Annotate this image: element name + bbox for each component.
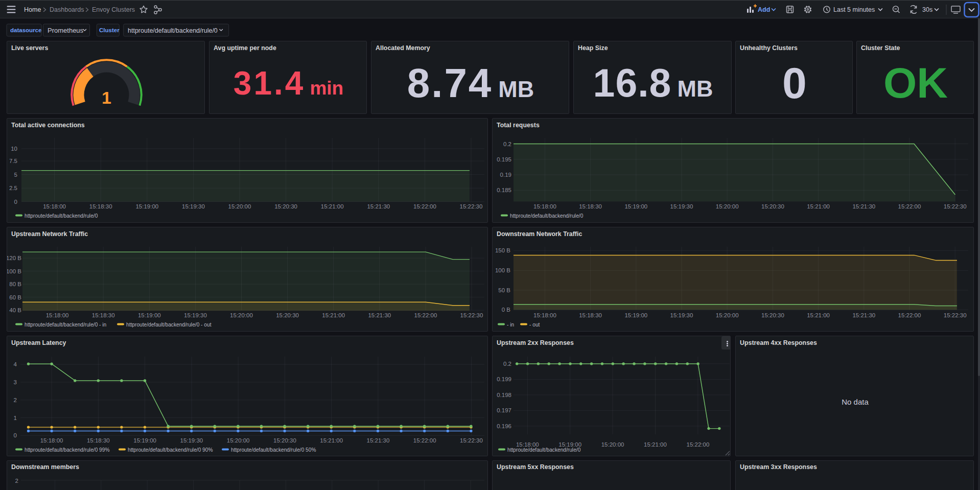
svg-text:Avg uptime per node: Avg uptime per node bbox=[214, 44, 276, 52]
svg-text:15:22:30: 15:22:30 bbox=[944, 312, 967, 318]
svg-text:Last 5 minutes: Last 5 minutes bbox=[833, 6, 875, 13]
svg-text:15:22:30: 15:22:30 bbox=[944, 203, 967, 209]
svg-text:15:19:30: 15:19:30 bbox=[180, 437, 203, 444]
svg-text:15:20:30: 15:20:30 bbox=[761, 312, 784, 318]
svg-text:15:21:00: 15:21:00 bbox=[320, 437, 343, 444]
svg-text:Upstream 5xx Responses: Upstream 5xx Responses bbox=[497, 463, 574, 471]
svg-text:30s: 30s bbox=[922, 6, 932, 13]
svg-text:15:18:00: 15:18:00 bbox=[46, 312, 69, 318]
svg-text:15:20:00: 15:20:00 bbox=[230, 312, 253, 318]
svg-text:15:20:00: 15:20:00 bbox=[228, 203, 251, 209]
svg-text:80 B: 80 B bbox=[9, 281, 21, 287]
svg-text:Prometheus: Prometheus bbox=[48, 27, 84, 34]
svg-text:Cluster State: Cluster State bbox=[861, 44, 900, 52]
svg-text:datasource: datasource bbox=[10, 27, 41, 33]
svg-text:15:22:00: 15:22:00 bbox=[898, 312, 921, 318]
svg-text:15:22:00: 15:22:00 bbox=[413, 203, 436, 209]
svg-text:15:18:30: 15:18:30 bbox=[89, 203, 112, 209]
svg-text:0.197: 0.197 bbox=[497, 407, 511, 413]
svg-text:15:18:30: 15:18:30 bbox=[92, 312, 115, 318]
svg-text:15:21:00: 15:21:00 bbox=[807, 312, 830, 318]
svg-text:150 B: 150 B bbox=[495, 247, 510, 253]
svg-text:Upstream 3xx Responses: Upstream 3xx Responses bbox=[740, 463, 817, 471]
svg-text:Heap Size: Heap Size bbox=[578, 44, 608, 52]
svg-text:0.195: 0.195 bbox=[497, 156, 511, 162]
svg-text:0: 0 bbox=[14, 432, 17, 438]
svg-text:Unhealthy Clusters: Unhealthy Clusters bbox=[740, 44, 798, 52]
svg-text:15:19:30: 15:19:30 bbox=[184, 312, 207, 318]
svg-text:15:20:00: 15:20:00 bbox=[716, 203, 739, 209]
svg-text:15:19:30: 15:19:30 bbox=[670, 312, 693, 318]
svg-text:Allocated Memory: Allocated Memory bbox=[376, 44, 430, 52]
svg-text:2: 2 bbox=[14, 397, 17, 403]
svg-text:1: 1 bbox=[14, 415, 17, 421]
svg-text:15:22:30: 15:22:30 bbox=[460, 312, 483, 318]
svg-text:15:21:30: 15:21:30 bbox=[852, 312, 875, 318]
svg-text:0.199: 0.199 bbox=[497, 376, 511, 382]
svg-text:Upstream Latency: Upstream Latency bbox=[11, 339, 66, 346]
svg-text:Home: Home bbox=[24, 6, 41, 13]
svg-text:- in: - in bbox=[507, 322, 514, 328]
svg-text:0.19: 0.19 bbox=[500, 172, 511, 178]
svg-text:15:20:30: 15:20:30 bbox=[273, 437, 296, 444]
svg-text:httproute/default/backend/rule: httproute/default/backend/rule/0 bbox=[507, 447, 581, 453]
svg-text:Total active connections: Total active connections bbox=[11, 122, 85, 129]
svg-text:15:21:30: 15:21:30 bbox=[367, 203, 390, 209]
svg-text:15:20:00: 15:20:00 bbox=[716, 312, 739, 318]
svg-text:15:20:30: 15:20:30 bbox=[274, 203, 297, 209]
svg-text:1: 1 bbox=[102, 88, 111, 107]
svg-text:15:19:00: 15:19:00 bbox=[133, 437, 156, 444]
svg-text:httproute/default/backend/rule: httproute/default/backend/rule/0 bbox=[25, 213, 98, 219]
svg-text:- out: - out bbox=[529, 322, 540, 328]
svg-text:15:19:30: 15:19:30 bbox=[670, 203, 693, 209]
svg-text:15:22:30: 15:22:30 bbox=[460, 437, 483, 444]
svg-text:15:18:00: 15:18:00 bbox=[43, 203, 66, 209]
svg-text:0.198: 0.198 bbox=[497, 392, 511, 398]
svg-text:0: 0 bbox=[14, 199, 17, 205]
svg-text:7.5: 7.5 bbox=[9, 158, 17, 164]
svg-text:httproute/default/backend/rule: httproute/default/backend/rule/0 90% bbox=[128, 447, 213, 453]
svg-text:15:21:30: 15:21:30 bbox=[852, 203, 875, 209]
svg-text:Dashboards: Dashboards bbox=[50, 6, 84, 13]
svg-text:15:22:30: 15:22:30 bbox=[460, 203, 483, 209]
svg-text:15:20:00: 15:20:00 bbox=[601, 441, 624, 448]
svg-text:httproute/default/backend/rule: httproute/default/backend/rule/0 bbox=[510, 213, 584, 219]
svg-text:15:18:30: 15:18:30 bbox=[87, 437, 110, 444]
svg-text:15:22:00: 15:22:00 bbox=[898, 203, 921, 209]
svg-text:Add: Add bbox=[758, 6, 770, 13]
svg-text:2: 2 bbox=[15, 478, 18, 484]
svg-text:15:20:30: 15:20:30 bbox=[276, 312, 299, 318]
svg-text:0 B: 0 B bbox=[502, 307, 511, 313]
svg-text:15:21:00: 15:21:00 bbox=[807, 203, 830, 209]
svg-text:15:21:30: 15:21:30 bbox=[367, 437, 390, 444]
svg-text:3: 3 bbox=[14, 379, 17, 385]
svg-text:15:18:30: 15:18:30 bbox=[579, 203, 602, 209]
svg-text:15:21:00: 15:21:00 bbox=[321, 203, 344, 209]
svg-text:100 B: 100 B bbox=[7, 268, 21, 274]
svg-text:Upstream 4xx Responses: Upstream 4xx Responses bbox=[740, 339, 817, 346]
svg-text:15:18:00: 15:18:00 bbox=[533, 312, 556, 318]
svg-text:15:18:30: 15:18:30 bbox=[579, 312, 602, 318]
svg-text:40 B: 40 B bbox=[9, 307, 21, 313]
svg-text:Cluster: Cluster bbox=[99, 27, 120, 33]
svg-text:15:20:30: 15:20:30 bbox=[761, 203, 784, 209]
svg-text:0.2: 0.2 bbox=[503, 141, 511, 147]
svg-text:Envoy Clusters: Envoy Clusters bbox=[92, 6, 135, 13]
svg-text:15:22:00: 15:22:00 bbox=[414, 312, 437, 318]
svg-text:15:21:00: 15:21:00 bbox=[644, 441, 667, 448]
svg-text:Upstream Network Traffic: Upstream Network Traffic bbox=[11, 230, 88, 238]
svg-text:15:19:00: 15:19:00 bbox=[624, 312, 647, 318]
svg-text:Upstream 2xx Responses: Upstream 2xx Responses bbox=[497, 339, 574, 346]
svg-text:No data: No data bbox=[842, 398, 869, 406]
svg-text:15:19:00: 15:19:00 bbox=[135, 203, 158, 209]
svg-text:Downstream Network Traffic: Downstream Network Traffic bbox=[497, 230, 582, 238]
svg-text:15:18:00: 15:18:00 bbox=[533, 203, 556, 209]
svg-text:Total requests: Total requests bbox=[497, 122, 540, 129]
svg-text:0.185: 0.185 bbox=[497, 187, 511, 193]
svg-text:15:19:30: 15:19:30 bbox=[182, 203, 205, 209]
svg-text:4: 4 bbox=[14, 361, 17, 367]
svg-text:60 B: 60 B bbox=[9, 294, 21, 300]
svg-text:Live servers: Live servers bbox=[11, 44, 48, 52]
svg-text:5: 5 bbox=[14, 172, 17, 178]
svg-text:httproute/default/backend/rule: httproute/default/backend/rule/0 - in bbox=[25, 322, 106, 328]
